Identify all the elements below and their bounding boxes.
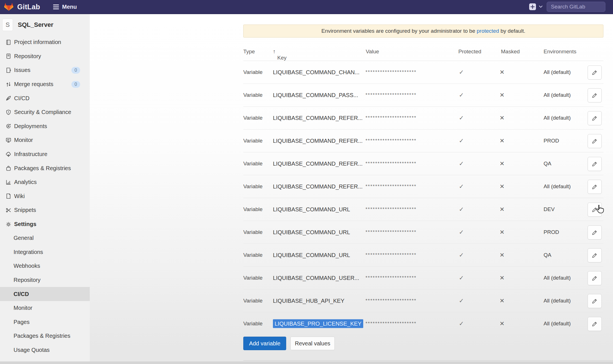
plus-icon (529, 3, 536, 10)
infrastructure-icon (5, 151, 12, 158)
cell-key: LIQUIBASE_COMMAND_USER... (273, 275, 359, 281)
chevron-down-icon (539, 5, 543, 8)
masked-x-icon: ✕ (500, 229, 505, 236)
sidebar-item-monitor[interactable]: Monitor (0, 133, 90, 147)
column-header-environments: Environments (544, 49, 576, 55)
edit-variable-button[interactable] (588, 111, 602, 125)
protected-link[interactable]: protected (477, 28, 499, 34)
masked-x-icon: ✕ (500, 115, 505, 121)
menu-button[interactable]: Menu (53, 4, 77, 10)
sidebar-item-project-information[interactable]: Project information (0, 35, 90, 49)
variable-row: Variable LIQUIBASE_PRO_LICENSE_KEY *****… (243, 312, 603, 335)
protected-check-icon: ✓ (459, 229, 464, 236)
edit-variable-button[interactable] (588, 248, 602, 262)
sidebar-item-label: Project information (14, 39, 61, 45)
sidebar-item-security-compliance[interactable]: Security & Compliance (0, 105, 90, 119)
sidebar-nav: Project information Repository Issues 0 … (0, 35, 90, 231)
cell-environments: All (default) (544, 69, 571, 75)
variable-row: Variable LIQUIBASE_COMMAND_PASS... *****… (243, 84, 603, 107)
protected-check-icon: ✓ (459, 137, 464, 144)
gitlab-app: GitLab Menu S SQL_Server (0, 0, 613, 364)
sidebar-item-ci-cd[interactable]: CI/CD (0, 91, 90, 105)
reveal-values-button[interactable]: Reveal values (290, 337, 335, 350)
edit-variable-button[interactable] (588, 65, 602, 80)
sidebar-item-analytics[interactable]: Analytics (0, 175, 90, 189)
sidebar-item-label: Wiki (14, 193, 25, 199)
variable-row: Variable LIQUIBASE_COMMAND_USER... *****… (243, 267, 603, 290)
sidebar-item-infrastructure[interactable]: Infrastructure (0, 147, 90, 161)
masked-x-icon: ✕ (500, 137, 505, 144)
analytics-icon (5, 179, 12, 186)
masked-x-icon: ✕ (500, 320, 505, 327)
sidebar-item-deployments[interactable]: Deployments (0, 119, 90, 133)
count-badge: 0 (71, 81, 80, 88)
sidebar-item-snippets[interactable]: Snippets (0, 203, 90, 217)
column-header-masked: Masked (501, 49, 520, 55)
column-header-key[interactable]: ↑Key (273, 49, 277, 55)
settings-subitem-webhooks[interactable]: Webhooks (0, 259, 90, 273)
settings-subitem-usage-quotas[interactable]: Usage Quotas (0, 343, 90, 357)
project-information-icon (5, 39, 12, 46)
cell-environments: All (default) (544, 115, 571, 121)
repository-icon (5, 53, 12, 60)
sidebar-item-label: Security & Compliance (14, 109, 71, 115)
merge-requests-icon (5, 81, 12, 88)
pencil-icon (592, 321, 598, 327)
cell-environments: All (default) (544, 275, 571, 281)
sidebar-item-issues[interactable]: Issues 0 (0, 63, 90, 77)
monitor-icon (5, 137, 12, 144)
variable-row: Variable LIQUIBASE_COMMAND_URL *********… (243, 198, 603, 221)
cell-type: Variable (243, 206, 262, 212)
settings-subitem-repository[interactable]: Repository (0, 273, 90, 287)
sidebar-item-label: Settings (14, 221, 36, 227)
cell-value-masked: ********************* (365, 207, 417, 212)
project-link[interactable]: S SQL_Server (0, 18, 90, 32)
cell-key: LIQUIBASE_COMMAND_URL (273, 206, 350, 213)
edit-variable-button[interactable] (588, 225, 602, 240)
sidebar-item-wiki[interactable]: Wiki (0, 189, 90, 203)
security-compliance-icon (5, 109, 12, 116)
admin-banner: Environment variables are configured by … (243, 25, 603, 38)
pencil-icon (592, 138, 598, 144)
settings-subitem-monitor[interactable]: Monitor (0, 301, 90, 315)
edit-variable-button[interactable] (588, 157, 602, 171)
edit-variable-button[interactable] (588, 271, 602, 285)
settings-icon (5, 221, 12, 228)
edit-variable-button[interactable] (588, 180, 602, 194)
cell-environments: DEV (544, 206, 555, 212)
edit-variable-button[interactable] (588, 203, 602, 217)
bottom-strip (0, 361, 613, 364)
cell-value-masked: ********************* (365, 252, 417, 258)
edit-variable-button[interactable] (588, 294, 602, 308)
settings-subitem-general[interactable]: General (0, 231, 90, 245)
sidebar-item-settings[interactable]: Settings (0, 217, 90, 231)
add-variable-button[interactable]: Add variable (243, 337, 286, 350)
settings-subitem-pages[interactable]: Pages (0, 315, 90, 329)
sidebar-item-repository[interactable]: Repository (0, 49, 90, 63)
search-input[interactable] (547, 2, 605, 12)
sidebar-item-packages-registries[interactable]: Packages & Registries (0, 161, 90, 175)
cell-type: Variable (243, 138, 262, 144)
edit-variable-button[interactable] (588, 317, 602, 331)
pencil-icon (592, 298, 598, 304)
edit-variable-button[interactable] (588, 134, 602, 148)
table-header: Type ↑Key Value Protected Masked Environ… (243, 42, 603, 61)
variable-row: Variable LIQUIBASE_COMMAND_URL *********… (243, 221, 603, 244)
sidebar-item-label: CI/CD (14, 95, 29, 102)
menu-label: Menu (62, 4, 77, 10)
protected-check-icon: ✓ (459, 92, 464, 98)
hamburger-icon (53, 5, 59, 9)
settings-subitem-integrations[interactable]: Integrations (0, 245, 90, 259)
cell-value-masked: ********************* (365, 229, 417, 235)
deployments-icon (5, 123, 12, 130)
gitlab-home-link[interactable]: GitLab (4, 3, 40, 11)
sidebar-item-merge-requests[interactable]: Merge requests 0 (0, 77, 90, 91)
settings-subitem-ci-cd[interactable]: CI/CD (0, 287, 90, 301)
edit-variable-button[interactable] (588, 88, 602, 102)
cell-value-masked: ********************* (365, 69, 417, 75)
settings-subitem-packages-registries[interactable]: Packages & Registries (0, 329, 90, 343)
cell-value-masked: ********************* (365, 115, 417, 121)
new-menu-button[interactable] (529, 3, 543, 10)
cell-value-masked: ********************* (365, 275, 417, 281)
table-actions: Add variable Reveal values (243, 337, 335, 350)
